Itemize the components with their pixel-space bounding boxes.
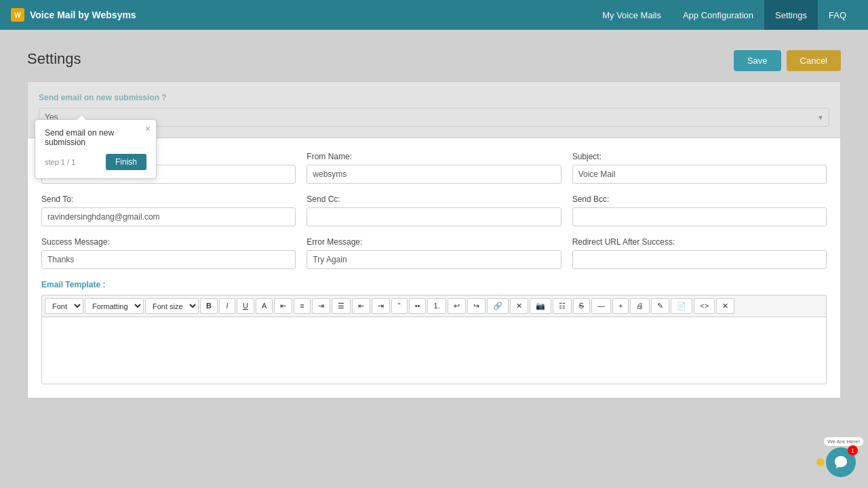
strikethrough-button[interactable]: S [573,298,590,314]
align-right-button[interactable]: ⇥ [312,298,330,314]
send-cc-label: Send Cc: [307,195,561,204]
top-buttons: Save Cancel [734,50,841,71]
clear-button[interactable]: ✕ [716,298,734,314]
undo-button[interactable]: ↩ [448,298,466,314]
nav-faq[interactable]: FAQ [818,0,857,30]
chat-button[interactable]: 1 [826,447,856,477]
table-button[interactable]: ☷ [553,298,572,314]
send-bcc-group: Send Bcc: [572,195,827,226]
indent-right-button[interactable]: ⇥ [372,298,390,314]
main-content: Settings Save Cancel Send email on new s… [0,30,868,488]
subject-input[interactable] [572,165,827,184]
editor-area[interactable] [41,317,827,384]
error-message-group: Error Message: [307,237,561,269]
popover-footer: step 1 / 1 Finish [45,154,146,170]
yellow-dot-icon [816,458,825,466]
success-message-label: Success Message: [41,237,296,247]
brand: W Voice Mail by Websyms [11,8,136,22]
redirect-url-group: Redirect URL After Success: [572,237,827,269]
special-char-button[interactable]: + [612,298,629,314]
redo-button[interactable]: ↪ [467,298,486,314]
highlight-button[interactable]: ✎ [651,298,669,314]
justify-button[interactable]: ☰ [332,298,351,314]
send-to-group: Send To: [41,195,296,226]
chat-badge: 1 [848,445,858,455]
align-center-button[interactable]: ≡ [294,298,310,314]
subject-label: Subject: [572,152,827,161]
email-template-section: Email Template : Font Formatting Font si… [41,280,827,384]
formatting-dropdown[interactable]: Formatting [85,298,144,314]
send-cc-group: Send Cc: [307,195,561,226]
font-dropdown[interactable]: Font [45,298,83,314]
success-message-input[interactable] [41,250,296,269]
we-are-here-label: We Are Here! [823,436,864,447]
form-row-1: From Email: From Name: Subject: [41,152,827,184]
italic-button[interactable]: I [219,298,235,314]
cancel-button[interactable]: Cancel [787,50,841,71]
popover-title: Send email on new submission [45,128,146,147]
blockquote-button[interactable]: " [391,298,408,314]
send-email-section: Send email on new submission ? Yes No ▼ … [27,81,841,138]
brand-name: Voice Mail by Websyms [30,9,136,20]
popover: × Send email on new submission step 1 / … [35,119,157,179]
email-template-label: Email Template : [41,280,827,289]
ordered-list-button[interactable]: 1. [427,298,446,314]
redirect-url-input[interactable] [572,250,827,269]
nav-app-configuration[interactable]: App Configuration [672,0,764,30]
bold-button[interactable]: B [200,298,218,314]
font-color-button[interactable]: A [256,298,273,314]
from-name-label: From Name: [307,152,561,161]
from-name-input[interactable] [307,165,561,184]
unordered-list-button[interactable]: •• [409,298,427,314]
page-title: Settings [27,50,841,68]
chat-icon [833,455,848,470]
error-message-input[interactable] [307,250,561,269]
popover-step: step 1 / 1 [45,158,75,166]
link-button[interactable]: 🔗 [487,298,509,314]
nav-my-voice-mails[interactable]: My Voice Mails [591,0,672,30]
source-button[interactable]: <> [694,298,715,314]
error-message-label: Error Message: [307,237,561,247]
editor-toolbar: Font Formatting Font size B I U A ⇤ ≡ ⇥ … [41,295,827,317]
subject-group: Subject: [572,152,827,184]
print-button[interactable]: 🖨 [630,298,650,314]
header-nav: My Voice Mails App Configuration Setting… [591,0,857,30]
finish-button[interactable]: Finish [106,154,146,170]
send-bcc-label: Send Bcc: [572,195,827,204]
form-row-3: Success Message: Error Message: Redirect… [41,237,827,269]
send-to-input[interactable] [41,207,296,226]
success-message-group: Success Message: [41,237,296,269]
unlink-button[interactable]: ✕ [510,298,528,314]
send-to-label: Send To: [41,195,296,204]
nav-settings[interactable]: Settings [764,0,818,30]
form-row-2: Send To: Send Cc: Send Bcc: [41,195,827,226]
font-size-dropdown[interactable]: Font size [145,298,199,314]
file-button[interactable]: 📄 [671,298,692,314]
chat-widget[interactable]: We Are Here! 1 [816,436,857,477]
hr-button[interactable]: — [591,298,611,314]
save-button[interactable]: Save [734,50,781,71]
align-left-button[interactable]: ⇤ [274,298,292,314]
send-bcc-input[interactable] [572,207,827,226]
image-button[interactable]: 📷 [530,298,551,314]
brand-icon: W [11,8,24,22]
from-name-group: From Name: [307,152,561,184]
header: W Voice Mail by Websyms My Voice Mails A… [0,0,868,30]
redirect-url-label: Redirect URL After Success: [572,237,827,247]
send-cc-input[interactable] [307,207,561,226]
popover-close-button[interactable]: × [145,124,151,134]
indent-left-button[interactable]: ⇤ [352,298,370,314]
underline-button[interactable]: U [237,298,254,314]
